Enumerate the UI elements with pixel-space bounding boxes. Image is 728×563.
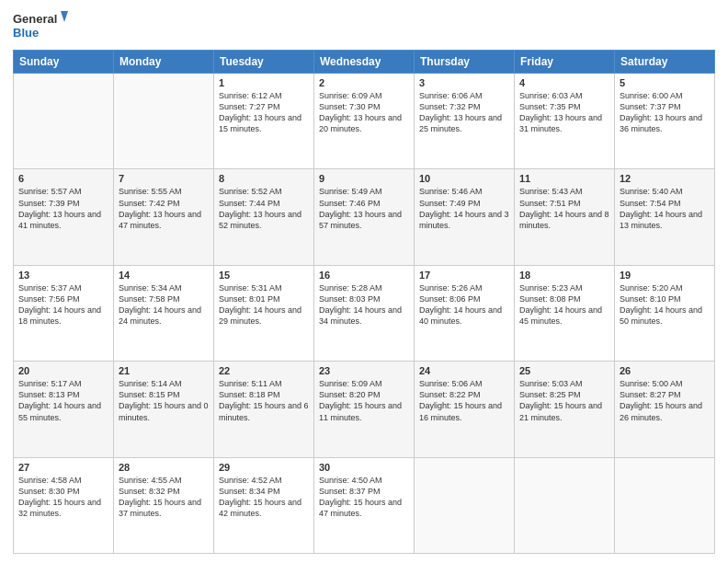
- day-number: 7: [119, 173, 209, 184]
- day-info: Sunrise: 4:50 AM Sunset: 8:37 PM Dayligh…: [319, 475, 409, 520]
- header: General Blue: [13, 9, 715, 44]
- calendar-cell: 18Sunrise: 5:23 AM Sunset: 8:08 PM Dayli…: [515, 265, 615, 361]
- day-number: 5: [620, 77, 710, 88]
- day-info: Sunrise: 5:34 AM Sunset: 7:58 PM Dayligh…: [119, 282, 209, 327]
- day-info: Sunrise: 6:03 AM Sunset: 7:35 PM Dayligh…: [519, 90, 609, 135]
- calendar-cell: 19Sunrise: 5:20 AM Sunset: 8:10 PM Dayli…: [615, 265, 715, 361]
- calendar-cell: 23Sunrise: 5:09 AM Sunset: 8:20 PM Dayli…: [314, 362, 415, 457]
- day-info: Sunrise: 5:52 AM Sunset: 7:44 PM Dayligh…: [219, 186, 309, 231]
- day-number: 8: [219, 173, 309, 184]
- weekday-header-monday: Monday: [114, 51, 214, 74]
- day-number: 10: [419, 173, 509, 184]
- calendar-cell: 17Sunrise: 5:26 AM Sunset: 8:06 PM Dayli…: [415, 265, 515, 361]
- calendar-cell: 27Sunrise: 4:58 AM Sunset: 8:30 PM Dayli…: [14, 457, 114, 553]
- calendar-cell: [114, 74, 214, 169]
- day-info: Sunrise: 5:37 AM Sunset: 7:56 PM Dayligh…: [18, 282, 108, 327]
- week-row-3: 13Sunrise: 5:37 AM Sunset: 7:56 PM Dayli…: [14, 265, 715, 361]
- day-number: 30: [319, 462, 409, 473]
- weekday-header-thursday: Thursday: [415, 51, 515, 74]
- day-info: Sunrise: 5:00 AM Sunset: 8:27 PM Dayligh…: [620, 378, 710, 423]
- day-number: 26: [620, 365, 710, 376]
- calendar-cell: 3Sunrise: 6:06 AM Sunset: 7:32 PM Daylig…: [415, 74, 515, 169]
- day-info: Sunrise: 6:06 AM Sunset: 7:32 PM Dayligh…: [419, 90, 509, 135]
- calendar-cell: 10Sunrise: 5:46 AM Sunset: 7:49 PM Dayli…: [415, 169, 515, 265]
- day-info: Sunrise: 6:12 AM Sunset: 7:27 PM Dayligh…: [219, 90, 309, 135]
- day-info: Sunrise: 5:55 AM Sunset: 7:42 PM Dayligh…: [119, 186, 209, 231]
- week-row-4: 20Sunrise: 5:17 AM Sunset: 8:13 PM Dayli…: [14, 362, 715, 457]
- logo: General Blue: [13, 9, 68, 44]
- day-number: 23: [319, 365, 409, 376]
- day-info: Sunrise: 5:14 AM Sunset: 8:15 PM Dayligh…: [119, 378, 209, 423]
- day-number: 18: [519, 270, 609, 281]
- calendar-cell: 6Sunrise: 5:57 AM Sunset: 7:39 PM Daylig…: [14, 169, 114, 265]
- calendar-cell: 25Sunrise: 5:03 AM Sunset: 8:25 PM Dayli…: [515, 362, 615, 457]
- day-info: Sunrise: 5:26 AM Sunset: 8:06 PM Dayligh…: [419, 282, 509, 327]
- day-number: 13: [18, 270, 108, 281]
- week-row-1: 1Sunrise: 6:12 AM Sunset: 7:27 PM Daylig…: [14, 74, 715, 169]
- day-info: Sunrise: 5:06 AM Sunset: 8:22 PM Dayligh…: [419, 378, 509, 423]
- day-info: Sunrise: 5:43 AM Sunset: 7:51 PM Dayligh…: [519, 186, 609, 231]
- day-number: 22: [219, 365, 309, 376]
- calendar-cell: [415, 457, 515, 553]
- day-number: 4: [519, 77, 609, 88]
- day-info: Sunrise: 6:09 AM Sunset: 7:30 PM Dayligh…: [319, 90, 409, 135]
- week-row-5: 27Sunrise: 4:58 AM Sunset: 8:30 PM Dayli…: [14, 457, 715, 553]
- day-info: Sunrise: 4:58 AM Sunset: 8:30 PM Dayligh…: [18, 475, 108, 520]
- calendar-cell: 14Sunrise: 5:34 AM Sunset: 7:58 PM Dayli…: [114, 265, 214, 361]
- svg-text:Blue: Blue: [13, 26, 39, 40]
- calendar: SundayMondayTuesdayWednesdayThursdayFrid…: [13, 50, 715, 554]
- calendar-cell: 24Sunrise: 5:06 AM Sunset: 8:22 PM Dayli…: [415, 362, 515, 457]
- calendar-cell: 15Sunrise: 5:31 AM Sunset: 8:01 PM Dayli…: [214, 265, 314, 361]
- day-number: 1: [219, 77, 309, 88]
- day-number: 20: [18, 365, 108, 376]
- weekday-header-friday: Friday: [515, 51, 615, 74]
- day-info: Sunrise: 5:11 AM Sunset: 8:18 PM Dayligh…: [219, 378, 309, 423]
- page: General Blue SundayMondayTuesdayWednesda…: [0, 0, 728, 563]
- day-number: 3: [419, 77, 509, 88]
- day-number: 15: [219, 270, 309, 281]
- weekday-header-saturday: Saturday: [615, 51, 715, 74]
- day-info: Sunrise: 5:17 AM Sunset: 8:13 PM Dayligh…: [18, 378, 108, 423]
- day-number: 24: [419, 365, 509, 376]
- day-number: 9: [319, 173, 409, 184]
- day-number: 11: [519, 173, 609, 184]
- calendar-cell: 2Sunrise: 6:09 AM Sunset: 7:30 PM Daylig…: [314, 74, 415, 169]
- day-number: 19: [620, 270, 710, 281]
- day-info: Sunrise: 5:28 AM Sunset: 8:03 PM Dayligh…: [319, 282, 409, 327]
- week-row-2: 6Sunrise: 5:57 AM Sunset: 7:39 PM Daylig…: [14, 169, 715, 265]
- calendar-cell: 29Sunrise: 4:52 AM Sunset: 8:34 PM Dayli…: [214, 457, 314, 553]
- calendar-cell: 28Sunrise: 4:55 AM Sunset: 8:32 PM Dayli…: [114, 457, 214, 553]
- calendar-cell: 13Sunrise: 5:37 AM Sunset: 7:56 PM Dayli…: [14, 265, 114, 361]
- day-info: Sunrise: 5:57 AM Sunset: 7:39 PM Dayligh…: [18, 186, 108, 231]
- weekday-header-wednesday: Wednesday: [314, 51, 415, 74]
- logo-svg: General Blue: [13, 9, 68, 44]
- calendar-cell: 12Sunrise: 5:40 AM Sunset: 7:54 PM Dayli…: [615, 169, 715, 265]
- calendar-cell: 4Sunrise: 6:03 AM Sunset: 7:35 PM Daylig…: [515, 74, 615, 169]
- day-info: Sunrise: 5:23 AM Sunset: 8:08 PM Dayligh…: [519, 282, 609, 327]
- day-info: Sunrise: 6:00 AM Sunset: 7:37 PM Dayligh…: [620, 90, 710, 135]
- calendar-cell: [615, 457, 715, 553]
- day-number: 28: [119, 462, 209, 473]
- day-info: Sunrise: 4:52 AM Sunset: 8:34 PM Dayligh…: [219, 475, 309, 520]
- calendar-cell: 30Sunrise: 4:50 AM Sunset: 8:37 PM Dayli…: [314, 457, 415, 553]
- calendar-cell: 11Sunrise: 5:43 AM Sunset: 7:51 PM Dayli…: [515, 169, 615, 265]
- day-number: 2: [319, 77, 409, 88]
- calendar-cell: [515, 457, 615, 553]
- day-info: Sunrise: 5:49 AM Sunset: 7:46 PM Dayligh…: [319, 186, 409, 231]
- day-info: Sunrise: 5:40 AM Sunset: 7:54 PM Dayligh…: [620, 186, 710, 231]
- day-info: Sunrise: 5:09 AM Sunset: 8:20 PM Dayligh…: [319, 378, 409, 423]
- weekday-header-tuesday: Tuesday: [214, 51, 314, 74]
- calendar-cell: 5Sunrise: 6:00 AM Sunset: 7:37 PM Daylig…: [615, 74, 715, 169]
- calendar-cell: [14, 74, 114, 169]
- day-number: 29: [219, 462, 309, 473]
- calendar-cell: 21Sunrise: 5:14 AM Sunset: 8:15 PM Dayli…: [114, 362, 214, 457]
- day-number: 6: [18, 173, 108, 184]
- calendar-cell: 26Sunrise: 5:00 AM Sunset: 8:27 PM Dayli…: [615, 362, 715, 457]
- calendar-cell: 1Sunrise: 6:12 AM Sunset: 7:27 PM Daylig…: [214, 74, 314, 169]
- svg-text:General: General: [13, 12, 57, 26]
- svg-marker-2: [61, 11, 68, 22]
- day-info: Sunrise: 5:20 AM Sunset: 8:10 PM Dayligh…: [620, 282, 710, 327]
- calendar-cell: 20Sunrise: 5:17 AM Sunset: 8:13 PM Dayli…: [14, 362, 114, 457]
- calendar-cell: 8Sunrise: 5:52 AM Sunset: 7:44 PM Daylig…: [214, 169, 314, 265]
- day-number: 16: [319, 270, 409, 281]
